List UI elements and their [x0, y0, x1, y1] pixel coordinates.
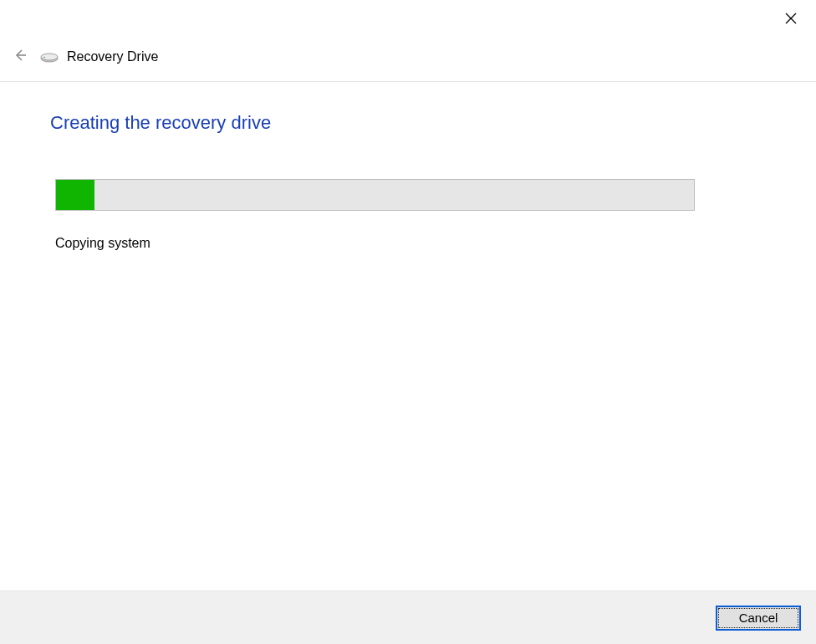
cancel-button[interactable]: Cancel: [716, 606, 801, 631]
wizard-content: Creating the recovery drive Copying syst…: [0, 82, 816, 251]
titlebar: [0, 0, 816, 38]
close-button[interactable]: [778, 6, 804, 33]
svg-point-4: [41, 54, 58, 60]
wizard-footer: Cancel: [0, 590, 816, 644]
back-arrow-icon: [13, 48, 28, 65]
app-title: Recovery Drive: [67, 49, 158, 64]
close-icon: [785, 13, 797, 27]
back-button[interactable]: [10, 47, 30, 67]
status-text: Copying system: [55, 236, 766, 251]
drive-icon: [40, 51, 59, 63]
progress-bar-track: [55, 179, 695, 211]
page-heading: Creating the recovery drive: [50, 112, 766, 134]
progress-bar-fill: [56, 180, 94, 210]
wizard-header: Recovery Drive: [0, 38, 816, 82]
svg-point-5: [43, 56, 45, 58]
